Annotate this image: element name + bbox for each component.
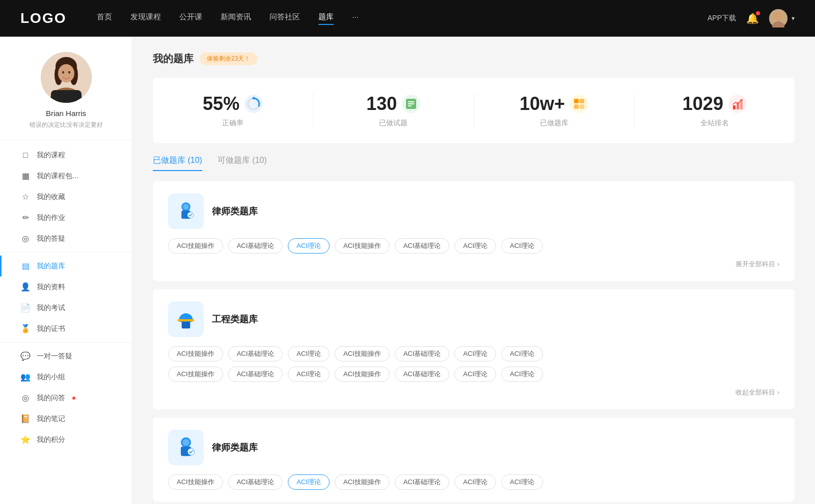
sidebar-item-exam[interactable]: 📄 我的考试 xyxy=(0,297,132,318)
sidebar-label-question-bank: 我的题库 xyxy=(37,262,65,271)
bank-section-engineer: 工程类题库 ACI技能操作 ACI基础理论 ACI理论 ACI技能操作 ACI基… xyxy=(153,289,795,409)
tag-lawyer1-5[interactable]: ACI理论 xyxy=(454,238,496,254)
stat-value-banks-done: 10w+ xyxy=(520,93,565,115)
trial-badge: 体验剩余23天！ xyxy=(200,52,257,65)
sidebar-divider-1 xyxy=(0,252,132,253)
tag-eng-r2-3[interactable]: ACI技能操作 xyxy=(335,367,390,382)
svg-point-37 xyxy=(187,449,194,455)
sidebar-item-group[interactable]: 👥 我的小组 xyxy=(0,367,132,387)
favorites-icon: ☆ xyxy=(20,192,31,202)
tag-lawyer2-2[interactable]: ACI理论 xyxy=(288,474,330,490)
tag-lawyer2-3[interactable]: ACI技能操作 xyxy=(335,474,390,490)
tag-eng-r1-5[interactable]: ACI理论 xyxy=(454,346,496,361)
notification-bell[interactable]: 🔔 xyxy=(746,12,759,24)
notes-icon: 📔 xyxy=(20,414,31,424)
lawyer-bank-icon-1 xyxy=(168,193,204,229)
course-package-icon: ▦ xyxy=(20,171,31,181)
sidebar-item-my-courses[interactable]: □ 我的课程 xyxy=(0,145,132,165)
sidebar-item-certificate[interactable]: 🏅 我的证书 xyxy=(0,318,132,339)
tag-lawyer1-0[interactable]: ACI技能操作 xyxy=(168,238,223,254)
sidebar-item-homework[interactable]: ✏ 我的作业 xyxy=(0,207,132,228)
my-qa-icon: ◎ xyxy=(20,234,31,243)
sidebar-label-certificate: 我的证书 xyxy=(37,324,65,333)
sidebar-item-profile-data[interactable]: 👤 我的资料 xyxy=(0,276,132,297)
sidebar-item-my-qa[interactable]: ◎ 我的答疑 xyxy=(0,228,132,249)
tag-lawyer2-6[interactable]: ACI理论 xyxy=(501,474,543,490)
tag-eng-r2-2[interactable]: ACI理论 xyxy=(288,367,330,382)
stat-questions-done: 130 已做试题 xyxy=(313,93,474,128)
tag-eng-r1-0[interactable]: ACI技能操作 xyxy=(168,346,223,361)
nav-question-bank[interactable]: 题库 xyxy=(318,12,334,25)
tab-available-banks[interactable]: 可做题库 (10) xyxy=(218,155,267,171)
nav-open-course[interactable]: 公开课 xyxy=(179,12,202,25)
questions-done-icon xyxy=(402,95,420,113)
tag-eng-r1-2[interactable]: ACI理论 xyxy=(288,346,330,361)
tag-eng-r2-6[interactable]: ACI理论 xyxy=(501,367,543,382)
banks-done-icon xyxy=(570,95,588,113)
user-dropdown-chevron: ▾ xyxy=(792,15,795,22)
svg-point-9 xyxy=(58,64,74,82)
tag-lawyer1-6[interactable]: ACI理论 xyxy=(501,238,543,254)
bank-title-lawyer-1: 律师类题库 xyxy=(212,205,258,217)
profile-avatar xyxy=(41,52,92,103)
svg-rect-22 xyxy=(574,104,579,109)
svg-point-15 xyxy=(253,97,255,100)
svg-rect-23 xyxy=(580,104,584,109)
tag-eng-r1-4[interactable]: ACI基础理论 xyxy=(395,346,450,361)
tag-eng-r2-1[interactable]: ACI基础理论 xyxy=(228,367,283,382)
stat-site-rank: 1029 全站排名 xyxy=(635,93,795,128)
tag-eng-r1-6[interactable]: ACI理论 xyxy=(501,346,543,361)
nav-home[interactable]: 首页 xyxy=(97,12,112,25)
tab-done-banks[interactable]: 已做题库 (10) xyxy=(153,155,202,171)
bank-section-lawyer-2: 律师类题库 ACI技能操作 ACI基础理论 ACI理论 ACI技能操作 ACI基… xyxy=(153,417,795,502)
tags-row-engineer-2: ACI技能操作 ACI基础理论 ACI理论 ACI技能操作 ACI基础理论 AC… xyxy=(168,367,779,382)
expand-link-lawyer-1[interactable]: 展开全部科目 › xyxy=(168,260,779,269)
tag-eng-r1-3[interactable]: ACI技能操作 xyxy=(335,346,390,361)
sidebar-label-course-package: 我的课程包... xyxy=(37,172,78,181)
tag-lawyer1-2[interactable]: ACI理论 xyxy=(288,238,330,254)
avatar xyxy=(769,9,787,27)
svg-point-10 xyxy=(62,71,64,74)
user-menu[interactable]: ▾ xyxy=(769,9,795,27)
tag-lawyer1-1[interactable]: ACI基础理论 xyxy=(228,238,283,254)
question-bank-icon: ▤ xyxy=(20,261,31,271)
tag-lawyer1-3[interactable]: ACI技能操作 xyxy=(335,238,390,254)
sidebar-item-favorites[interactable]: ☆ 我的收藏 xyxy=(0,186,132,207)
nav-news[interactable]: 新闻资讯 xyxy=(221,12,251,25)
sidebar-item-notes[interactable]: 📔 我的笔记 xyxy=(0,408,132,429)
tag-lawyer1-4[interactable]: ACI基础理论 xyxy=(395,238,450,254)
sidebar-item-course-package[interactable]: ▦ 我的课程包... xyxy=(0,165,132,186)
sidebar-label-notes: 我的笔记 xyxy=(37,414,65,424)
tag-eng-r2-0[interactable]: ACI技能操作 xyxy=(168,367,223,382)
sidebar-item-points[interactable]: ⭐ 我的积分 xyxy=(0,429,132,450)
tag-lawyer2-1[interactable]: ACI基础理论 xyxy=(228,474,283,490)
profile-section: Brian Harris 错误的决定比没有决定要好 xyxy=(0,52,132,140)
nav-more[interactable]: ··· xyxy=(352,12,359,25)
tag-eng-r1-1[interactable]: ACI基础理论 xyxy=(228,346,283,361)
profile-name: Brian Harris xyxy=(10,109,122,118)
stat-label-correct-rate: 正确率 xyxy=(163,119,303,128)
navbar-right: APP下载 🔔 ▾ xyxy=(708,9,795,27)
tag-lawyer2-0[interactable]: ACI技能操作 xyxy=(168,474,223,490)
sidebar-item-one-on-one[interactable]: 💬 一对一答疑 xyxy=(0,346,132,367)
expand-link-engineer[interactable]: 收起全部科目 › xyxy=(168,388,779,397)
sidebar-item-questions[interactable]: ◎ 我的问答 xyxy=(0,387,132,408)
bank-section-lawyer-1: 律师类题库 ACI技能操作 ACI基础理论 ACI理论 ACI技能操作 ACI基… xyxy=(153,181,795,281)
app-download-link[interactable]: APP下载 xyxy=(708,14,736,23)
main-layout: Brian Harris 错误的决定比没有决定要好 □ 我的课程 ▦ 我的课程包… xyxy=(0,37,815,504)
sidebar-label-my-courses: 我的课程 xyxy=(37,151,65,160)
main-content: 我的题库 体验剩余23天！ 55% 正确率 xyxy=(132,37,815,504)
tag-eng-r2-5[interactable]: ACI理论 xyxy=(454,367,496,382)
sidebar-label-points: 我的积分 xyxy=(37,435,65,444)
stat-correct-rate: 55% 正确率 xyxy=(153,93,313,128)
points-icon: ⭐ xyxy=(20,435,31,444)
nav-qa[interactable]: 问答社区 xyxy=(269,12,300,25)
sidebar-item-question-bank[interactable]: ▤ 我的题库 xyxy=(0,256,132,276)
tag-lawyer2-5[interactable]: ACI理论 xyxy=(454,474,496,490)
sidebar-label-one-on-one: 一对一答疑 xyxy=(37,352,72,361)
nav-courses[interactable]: 发现课程 xyxy=(130,12,161,25)
bank-header-engineer: 工程类题库 xyxy=(168,301,779,337)
tag-eng-r2-4[interactable]: ACI基础理论 xyxy=(395,367,450,382)
tag-lawyer2-4[interactable]: ACI基础理论 xyxy=(395,474,450,490)
stat-value-questions-done: 130 xyxy=(366,93,397,115)
